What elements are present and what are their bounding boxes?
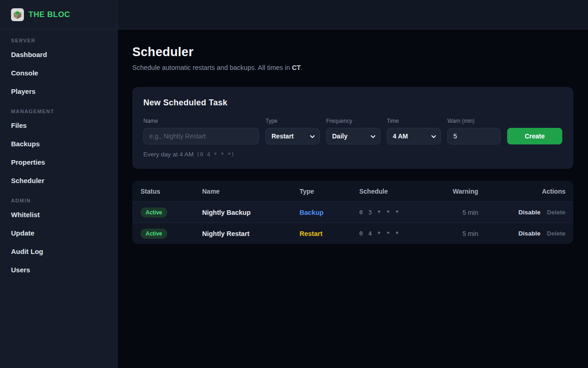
sidebar-item-console[interactable]: Console bbox=[0, 63, 117, 82]
task-name: Nightly Restart bbox=[202, 230, 300, 237]
timezone-label: CT bbox=[292, 64, 300, 71]
disable-button[interactable]: Disable bbox=[518, 209, 540, 216]
sidebar-item-players[interactable]: Players bbox=[0, 82, 117, 100]
header-actions: Actions bbox=[478, 188, 565, 195]
task-time-select[interactable]: 4 AM bbox=[387, 128, 441, 144]
header-name: Name bbox=[202, 188, 300, 195]
header-warning: Warning bbox=[423, 188, 478, 195]
nav-section-management: MANAGEMENT bbox=[0, 107, 117, 116]
sidebar-item-whitelist[interactable]: Whitelist bbox=[0, 205, 117, 224]
table-row: Active Nightly Backup Backup 0 3 * * * 5… bbox=[132, 201, 573, 223]
create-button[interactable]: Create bbox=[507, 128, 562, 144]
delete-button[interactable]: Delete bbox=[547, 230, 565, 237]
task-type-select[interactable]: Restart bbox=[266, 128, 320, 144]
time-label: Time bbox=[387, 118, 441, 124]
nav-section-server: SERVER bbox=[0, 36, 117, 45]
schedule-preview: Every day at 4 AM(0 4 * * *) bbox=[143, 151, 562, 158]
task-warning: 5 min bbox=[423, 209, 478, 216]
header-type: Type bbox=[300, 188, 359, 195]
warn-minutes-input[interactable] bbox=[447, 128, 501, 144]
sidebar-item-backups[interactable]: Backups bbox=[0, 134, 117, 153]
sidebar-item-users[interactable]: Users bbox=[0, 260, 117, 279]
new-task-card: New Scheduled Task Name Type Restart bbox=[132, 87, 573, 169]
status-badge: Active bbox=[141, 229, 167, 239]
sidebar-nav: SERVER Dashboard Console Players MANAGEM… bbox=[0, 29, 117, 279]
frequency-label: Frequency bbox=[326, 118, 380, 124]
app-logo[interactable]: THE BLOC bbox=[0, 0, 117, 29]
task-type: Restart bbox=[300, 230, 359, 237]
nav-section-admin: ADMIN bbox=[0, 196, 117, 205]
sidebar: THE BLOC SERVER Dashboard Console Player… bbox=[0, 0, 118, 368]
task-frequency-select[interactable]: Daily bbox=[326, 128, 380, 144]
sidebar-item-audit-log[interactable]: Audit Log bbox=[0, 242, 117, 260]
table-row: Active Nightly Restart Restart 0 4 * * *… bbox=[132, 223, 573, 244]
task-schedule: 0 3 * * * bbox=[359, 209, 423, 216]
new-task-title: New Scheduled Task bbox=[143, 98, 562, 108]
task-name: Nightly Backup bbox=[202, 209, 300, 216]
tasks-table: Status Name Type Schedule Warning Action… bbox=[132, 181, 573, 244]
sidebar-item-scheduler[interactable]: Scheduler bbox=[0, 171, 117, 190]
type-label: Type bbox=[266, 118, 320, 124]
task-schedule: 0 4 * * * bbox=[359, 230, 423, 237]
task-type: Backup bbox=[300, 209, 359, 216]
task-name-input[interactable] bbox=[143, 128, 259, 144]
header-status: Status bbox=[141, 188, 202, 195]
sidebar-item-files[interactable]: Files bbox=[0, 116, 117, 134]
page-subtitle: Schedule automatic restarts and backups.… bbox=[132, 64, 573, 71]
header-schedule: Schedule bbox=[359, 188, 423, 195]
page-title: Scheduler bbox=[132, 45, 573, 59]
table-header-row: Status Name Type Schedule Warning Action… bbox=[132, 181, 573, 201]
sidebar-item-properties[interactable]: Properties bbox=[0, 153, 117, 171]
warn-label: Warn (min) bbox=[447, 118, 501, 124]
app-title: THE BLOC bbox=[28, 10, 70, 19]
main-content: Scheduler Schedule automatic restarts an… bbox=[118, 29, 588, 368]
top-bar bbox=[118, 0, 588, 29]
new-task-form: Name Type Restart Frequency bbox=[143, 118, 562, 144]
delete-button[interactable]: Delete bbox=[547, 209, 565, 216]
task-warning: 5 min bbox=[423, 230, 478, 237]
status-badge: Active bbox=[141, 207, 167, 218]
cron-preview: (0 4 * * *) bbox=[197, 151, 235, 158]
sidebar-item-update[interactable]: Update bbox=[0, 224, 117, 242]
disable-button[interactable]: Disable bbox=[518, 230, 540, 237]
sidebar-item-dashboard[interactable]: Dashboard bbox=[0, 45, 117, 63]
grass-block-icon bbox=[11, 8, 24, 21]
name-label: Name bbox=[143, 118, 259, 124]
